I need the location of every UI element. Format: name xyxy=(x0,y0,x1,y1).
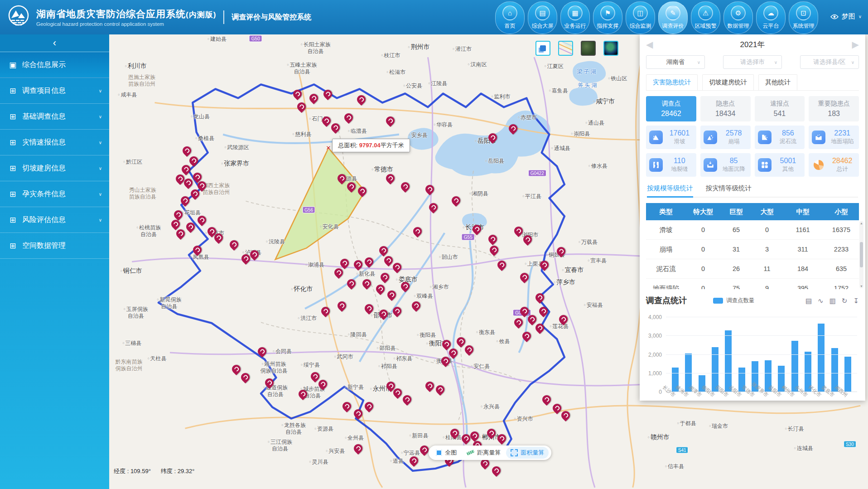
coordinates-readout: 经度 : 109.59° 纬度 : 29.32° xyxy=(114,467,194,475)
hazard-type-tile[interactable]: 110 地裂缝 xyxy=(646,153,696,177)
sidebar-item[interactable]: ⊞ 空间数据管理 ∨ xyxy=(0,233,109,259)
summary-card-label: 调查点 xyxy=(661,100,680,108)
level-tab[interactable]: 按灾情等级统计 xyxy=(706,184,752,197)
sidebar-item[interactable]: ⊞ 调查项目信息 ∨ xyxy=(0,78,109,104)
sidebar-item[interactable]: ⊞ 风险评估信息 ∨ xyxy=(0,207,109,233)
nav-item[interactable]: ⊡ 系统管理 xyxy=(789,1,818,34)
nav-item[interactable]: ⌂ 首页 xyxy=(495,1,525,34)
x-axis-tick: 长沙市 xyxy=(672,392,679,408)
chart-title: 调查点统计 xyxy=(646,295,687,306)
hazard-type-tile[interactable]: 28462 总计 xyxy=(809,153,859,177)
gridline xyxy=(666,354,857,355)
hazard-type-tile[interactable]: 17601 滑坡 xyxy=(646,126,696,149)
sidebar-item[interactable]: ▣ 综合信息展示 ∨ xyxy=(0,52,109,78)
nav-item[interactable]: ⚑ 指挥支撑 xyxy=(593,1,622,34)
x-axis-tick: 湘西州 xyxy=(844,392,851,408)
measure-distance-button[interactable]: 距离量算 xyxy=(462,447,505,459)
hazard-type-tile[interactable]: 2578 崩塌 xyxy=(700,126,751,149)
measure-point-icon: ✕ xyxy=(326,144,331,151)
survey-chart-section: 调查点统计 调查点数量 ▤ ∿ ▥ ↻ ↧ 01,0002,0003,0004,… xyxy=(646,293,859,408)
chart-bar xyxy=(844,357,851,392)
header-divider xyxy=(223,10,224,24)
hazard-type-tile[interactable]: 856 泥石流 xyxy=(755,126,805,149)
nav-item[interactable]: ▦ 业务运行 xyxy=(560,1,590,34)
full-extent-button[interactable]: 全图 xyxy=(431,447,461,459)
summary-card[interactable]: 调查点 28462 xyxy=(646,96,696,121)
data-view-icon[interactable]: ▤ xyxy=(805,297,812,304)
sidebar-item-icon: ⊞ xyxy=(8,241,17,251)
app-logo-icon xyxy=(6,4,31,30)
scroll-down-icon[interactable]: ▼ xyxy=(860,285,863,288)
chevron-down-icon: ∨ xyxy=(99,166,102,171)
nav-label: 综合大屏 xyxy=(532,22,554,30)
scrollbar-thumb[interactable] xyxy=(860,242,863,267)
sidebar-item-label: 切坡建房信息 xyxy=(22,164,66,173)
sidebar-item[interactable]: ⊞ 孕灾条件信息 ∨ xyxy=(0,181,109,207)
chart-legend[interactable]: 调查点数量 xyxy=(713,297,755,305)
summary-card[interactable]: 速报点 541 xyxy=(755,96,805,121)
summary-card-label: 隐患点 xyxy=(716,100,735,108)
nav-icon: ◫ xyxy=(633,5,648,20)
nav-item[interactable]: ⚙ 数据管理 xyxy=(723,1,753,34)
sidebar-item[interactable]: ⊞ 切坡建房信息 ∨ xyxy=(0,155,109,181)
scroll-up-icon[interactable]: ▲ xyxy=(860,222,863,225)
measure-area-button[interactable]: 面积量算 xyxy=(506,447,549,459)
province-select[interactable]: 湖南省∨ xyxy=(646,55,705,69)
nav-item[interactable]: ◫ 综合监测 xyxy=(626,1,655,34)
x-axis-tick: 益阳市 xyxy=(778,392,785,408)
user-menu[interactable]: 梦图 ∨ xyxy=(830,12,862,21)
stats-tab[interactable]: 灾害隐患统计 xyxy=(646,74,698,90)
hazard-type-label: 地面沉降 xyxy=(723,165,745,173)
sidebar-item-label: 孕灾条件信息 xyxy=(22,189,66,199)
sidebar-item-icon: ⊞ xyxy=(8,164,17,173)
nav-item[interactable]: ☁ 云平台 xyxy=(756,1,786,34)
basemap-globe-thumbnail[interactable] xyxy=(603,41,618,56)
hazard-type-value: 28462 xyxy=(832,157,853,165)
sidebar-item[interactable]: ⊞ 灾情速报信息 ∨ xyxy=(0,130,109,155)
sidebar-collapse-button[interactable]: ‹ xyxy=(0,34,109,52)
level-tab[interactable]: 按规模等级统计 xyxy=(647,184,693,197)
table-header-cell: 类型 xyxy=(646,208,686,216)
nav-item[interactable]: ⚠ 区域预警 xyxy=(691,1,720,34)
chart-toolbar: ▤ ∿ ▥ ↻ ↧ xyxy=(805,297,859,304)
prev-year-button[interactable]: ◀ xyxy=(646,40,653,49)
sidebar-item-label: 基础调查信息 xyxy=(22,112,66,121)
table-scrollbar[interactable]: ▲ ▼ xyxy=(859,221,863,288)
sidebar-item-label: 灾情速报信息 xyxy=(22,138,66,147)
line-chart-icon[interactable]: ∿ xyxy=(818,297,824,304)
table-row: 地面塌陷0 759 3951752 xyxy=(646,279,859,289)
sidebar-item-label: 空间数据管理 xyxy=(22,241,66,251)
table-header-cell: 小型 xyxy=(824,208,859,216)
hazard-type-icon xyxy=(758,131,772,144)
download-icon[interactable]: ↧ xyxy=(853,297,859,304)
layers-button[interactable] xyxy=(535,41,550,56)
hazard-type-tile[interactable]: 5001 其他 xyxy=(755,153,805,177)
system-name: 调查评价与风险管控系统 xyxy=(231,13,311,22)
summary-card[interactable]: 隐患点 18434 xyxy=(700,96,751,121)
hazard-type-tile[interactable]: 85 地面沉降 xyxy=(700,153,751,177)
chevron-down-icon: ∨ xyxy=(99,140,102,145)
chart-bars xyxy=(666,317,857,392)
nav-item[interactable]: ✎ 调查评价 xyxy=(658,1,688,34)
next-year-button[interactable]: ▶ xyxy=(852,40,859,49)
username: 梦图 xyxy=(842,12,855,21)
nav-label: 数据管理 xyxy=(728,22,749,30)
nav-item[interactable]: ▤ 综合大屏 xyxy=(528,1,557,34)
gridline xyxy=(666,317,857,317)
county-select[interactable]: 请选择县/区∨ xyxy=(800,55,859,69)
header-nav: ⌂ 首页 ▤ 综合大屏 ▦ 业务运行 ⚑ 指挥支撑 ◫ 综合监测 ✎ 调查评价 xyxy=(495,1,818,34)
basemap-street-thumbnail[interactable] xyxy=(558,41,573,56)
stats-tab[interactable]: 切坡建房统计 xyxy=(702,74,754,90)
table-row: 泥石流0 2611 184635 xyxy=(646,259,859,279)
sidebar-item[interactable]: ⊞ 基础调查信息 ∨ xyxy=(0,104,109,130)
chart-bar xyxy=(725,330,732,392)
hazard-type-label: 滑坡 xyxy=(674,138,685,145)
refresh-icon[interactable]: ↻ xyxy=(842,297,848,304)
summary-card[interactable]: 重要隐患点 183 xyxy=(809,96,859,121)
basemap-satellite-thumbnail[interactable] xyxy=(581,41,596,56)
stats-tab[interactable]: 其他统计 xyxy=(758,74,797,90)
city-select[interactable]: 请选择市∨ xyxy=(723,55,782,69)
stats-tabs: 灾害隐患统计切坡建房统计其他统计 xyxy=(646,74,859,91)
bar-chart-icon[interactable]: ▥ xyxy=(829,297,836,304)
hazard-type-tile[interactable]: 2231 地面塌陷 xyxy=(809,126,859,149)
